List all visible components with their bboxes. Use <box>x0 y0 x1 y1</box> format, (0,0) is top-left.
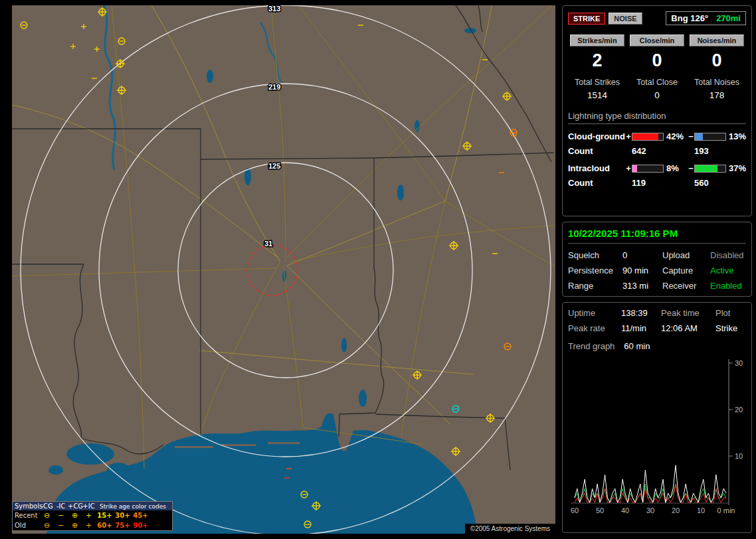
minus-sign: − <box>688 163 694 173</box>
setting-label: Persistence <box>568 266 622 275</box>
strike-button[interactable]: STRIKE <box>568 13 605 25</box>
count-positive: 642 <box>632 146 664 156</box>
rate-value: 0 <box>688 50 746 71</box>
status-box: Uptime 138:39 Peak time Plot Peak rate 1… <box>562 302 752 533</box>
legend-row: Old ⊖−⊕+ 60+75+90+ <box>13 520 172 530</box>
dist-pct-negative: 13% <box>726 131 746 141</box>
svg-text:219: 219 <box>268 83 280 91</box>
dist-bar-positive <box>632 133 664 141</box>
trend-header: Trend graph 60 min <box>568 341 749 351</box>
total-label: Total Noises <box>688 78 746 87</box>
legend-symbol-glyph: + <box>82 521 96 530</box>
legend-symbol-glyph: − <box>54 511 68 520</box>
distribution-rows: Cloud-ground + 42% − 13% Count 642 193 I… <box>568 131 746 188</box>
stat-column: Noises/min 0 Total Noises 178 <box>688 35 746 100</box>
status-grid: Uptime 138:39 Peak time Plot Peak rate 1… <box>568 308 749 333</box>
minus-sign: − <box>688 131 694 141</box>
trend-value: 60 min <box>624 341 650 351</box>
setting-value: 90 min <box>622 266 662 275</box>
lightning-map[interactable]: 31321912531 Symbols -CG -IC +CG +IC Stri… <box>12 5 555 534</box>
peaktime-label: Peak time <box>661 308 715 318</box>
rate-chip[interactable]: Close/min <box>630 35 684 46</box>
legend-symbol-glyph: ⊕ <box>68 521 82 530</box>
total-value: 0 <box>628 90 686 100</box>
distribution-row: Cloud-ground + 42% − 13% Count 642 193 <box>568 131 746 156</box>
svg-text:313: 313 <box>268 5 280 13</box>
legend-row: Recent ⊖−⊕+ 15+30+45+ <box>13 510 172 520</box>
settings-grid: Squelch 0 Upload DisabledPersistence 90 … <box>568 250 746 291</box>
svg-text:30: 30 <box>735 359 743 367</box>
dist-bar-positive <box>632 165 664 173</box>
copyright: ©2005 Astrogenic Systems <box>465 524 555 534</box>
stat-column: Close/min 0 Total Close 0 <box>628 35 686 100</box>
rate-chip[interactable]: Noises/min <box>690 35 744 46</box>
setting-label: Range <box>568 281 622 291</box>
count-label: Count <box>568 146 625 156</box>
bearing-value: Bng 126° <box>671 13 708 23</box>
legend-age-code: 45+ <box>132 512 149 519</box>
range-value: 270mi <box>716 13 741 23</box>
setting-value: 0 <box>622 250 662 260</box>
dist-bar-negative <box>694 133 726 141</box>
svg-text:20: 20 <box>735 406 743 414</box>
svg-text:125: 125 <box>268 162 280 170</box>
legend-symbol-glyph: ⊖ <box>40 521 54 530</box>
legend-symbol-glyph: ⊖ <box>40 511 54 520</box>
plot-value: Strike <box>715 323 749 333</box>
datetime: 10/22/2025 11:09:16 PM <box>568 228 746 244</box>
svg-text:0 min: 0 min <box>717 506 735 514</box>
legend-col-neg-cg: -CG <box>40 502 54 510</box>
svg-text:10: 10 <box>735 452 743 460</box>
legend-age-code: 60+ <box>96 522 114 529</box>
svg-text:30: 30 <box>646 506 654 514</box>
svg-text:50: 50 <box>596 506 604 514</box>
peakrate-value: 11/min <box>621 323 661 333</box>
legend-symbols-label: Symbols <box>15 502 40 510</box>
stat-column: Strikes/min 2 Total Strikes 1514 <box>568 35 626 100</box>
legend-symbol-glyph: − <box>54 521 68 530</box>
svg-text:10: 10 <box>697 506 705 514</box>
legend-age-header: Strike age color codes <box>96 503 170 510</box>
setting-label: Receiver <box>662 281 710 291</box>
legend-age-code: 30+ <box>114 512 132 519</box>
uptime-label: Uptime <box>568 308 621 318</box>
map-canvas: 31321912531 <box>12 5 555 534</box>
distribution-row: Intracloud + 8% − 37% Count 119 560 <box>568 163 746 188</box>
rate-chip[interactable]: Strikes/min <box>570 35 624 46</box>
dist-pct-negative: 37% <box>726 163 746 173</box>
mode-row: STRIKE NOISE Bng 126° 270mi <box>568 11 746 25</box>
legend-age-code: 15+ <box>96 512 114 519</box>
dist-type-label: Intracloud <box>568 163 625 173</box>
setting-value: Disabled <box>710 250 746 260</box>
legend-age-label: Recent <box>15 512 40 519</box>
setting-label: Squelch <box>568 250 622 260</box>
count-positive: 119 <box>632 178 664 188</box>
trend-graph: 1020306050403020100 min <box>568 356 753 520</box>
plus-sign: + <box>625 131 632 141</box>
rate-value: 2 <box>568 50 626 71</box>
setting-value: Active <box>710 266 746 275</box>
svg-text:60: 60 <box>571 506 579 514</box>
total-value: 178 <box>688 90 746 100</box>
dist-type-label: Cloud-ground <box>568 131 625 141</box>
plus-sign: + <box>625 163 632 173</box>
dist-pct-positive: 42% <box>664 131 688 141</box>
legend-col-pos-cg: +CG <box>68 502 82 510</box>
dist-bar-negative <box>694 165 726 173</box>
distribution-title: Lightning type distribution <box>568 111 746 124</box>
count-label: Count <box>568 178 625 188</box>
dist-pct-positive: 8% <box>664 163 688 173</box>
legend-symbol-glyph: ⊕ <box>68 511 82 520</box>
legend-age-label: Old <box>15 522 40 529</box>
count-negative: 193 <box>694 146 726 156</box>
setting-value: 313 mi <box>622 281 662 291</box>
total-label: Total Strikes <box>568 78 626 87</box>
rate-stats: Strikes/min 2 Total Strikes 1514 Close/m… <box>568 35 746 100</box>
setting-value: Enabled <box>710 281 746 291</box>
bearing-display: Bng 126° 270mi <box>666 11 746 25</box>
noise-button[interactable]: NOISE <box>609 13 642 25</box>
total-value: 1514 <box>568 90 626 100</box>
legend-col-neg-ic: -IC <box>54 502 68 510</box>
legend-age-code: 75+ <box>114 522 132 529</box>
plot-label: Plot <box>715 308 749 318</box>
